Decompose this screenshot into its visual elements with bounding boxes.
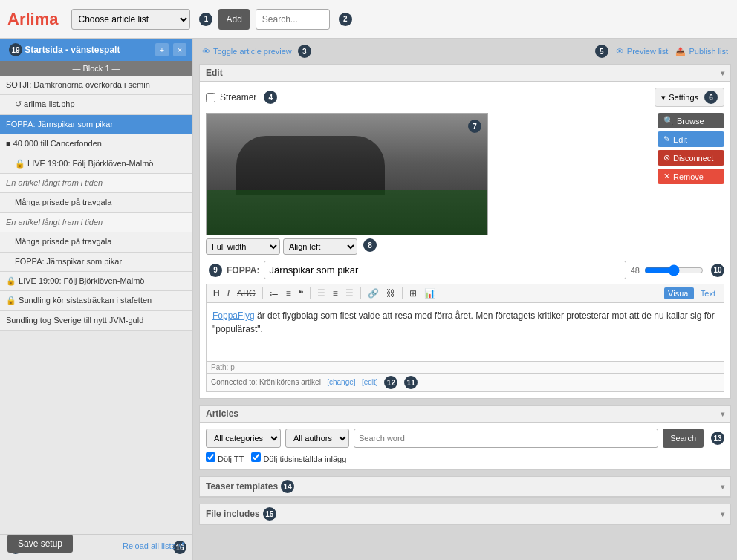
collapse-icon[interactable]: ▾	[721, 69, 724, 77]
file-title: File includes	[206, 509, 260, 519]
edit-icon: ✎	[663, 134, 670, 144]
list-item-text: ■ 40 000 till Cancerfonden	[6, 139, 102, 148]
badge-5: 5	[595, 45, 608, 58]
edit-section-header: Edit ▾	[200, 65, 730, 82]
list-header-icons: + ×	[155, 43, 186, 56]
chart-button[interactable]: 📊	[422, 287, 438, 300]
hide-tt-checkbox[interactable]	[206, 452, 215, 462]
badge-9: 9	[209, 264, 222, 277]
eye-icon: 👁	[202, 47, 210, 56]
teaser-header[interactable]: Teaser templates 14 ▾	[200, 477, 730, 497]
table-button[interactable]: ⊞	[407, 287, 419, 300]
list-item[interactable]: 🔒 Sundling kör sistasträckan i stafetten	[0, 291, 192, 310]
edit-connected-link[interactable]: [edit]	[362, 378, 378, 386]
toolbar-separator	[262, 287, 263, 299]
categories-select[interactable]: All categories	[206, 429, 281, 448]
preview-list-label: Preview list	[627, 47, 669, 56]
align-center-button[interactable]: ≡	[331, 287, 340, 300]
disconnect-button[interactable]: ⊗ Disconnect	[658, 150, 724, 166]
list-item[interactable]: SOTJI: Damkronorna överkörda i semin	[0, 76, 192, 95]
title-row: 9 FOPPA: 48 10	[206, 261, 724, 279]
ol-button[interactable]: ≔	[267, 287, 281, 300]
list-header: 19 Startsida - vänstespalt + ×	[0, 39, 192, 61]
align-justify-button[interactable]: ☰	[343, 287, 356, 300]
search-button[interactable]: Search	[663, 429, 704, 448]
change-link[interactable]: [change]	[327, 378, 355, 386]
quote-button[interactable]: ❝	[296, 287, 305, 300]
editor-area[interactable]: FoppaFlyg är det flygbolag som flest val…	[206, 302, 724, 362]
title-slider[interactable]	[644, 264, 704, 276]
list-item-selected[interactable]: FOPPA: Järnspikar som pikar	[0, 115, 192, 134]
list-item[interactable]: Sundling tog Sverige till nytt JVM-guld	[0, 311, 192, 331]
teaser-section: Teaser templates 14 ▾	[199, 476, 731, 498]
eye-icon2: 👁	[616, 47, 624, 56]
articles-header: Articles ▾	[200, 406, 730, 423]
hide-tt-text: Dölj TT	[218, 455, 244, 463]
list-item[interactable]: 🔒 LIVE 19:00: Följ Björklöven-Malmö	[0, 272, 192, 291]
close-list-icon[interactable]: ×	[173, 43, 186, 56]
search-word-input[interactable]	[354, 429, 658, 448]
logo-a: A	[7, 10, 19, 28]
list-item[interactable]: ↺ arlima-list.php	[0, 95, 192, 114]
articles-section: Articles ▾ All categories All authors Se…	[199, 405, 731, 470]
visual-view-button[interactable]: Visual	[664, 287, 694, 299]
bold-icon[interactable]: H	[211, 287, 222, 300]
italic-button[interactable]: I	[225, 287, 232, 300]
list-item[interactable]: ■ 40 000 till Cancerfonden	[0, 134, 192, 154]
foppaflyg-link[interactable]: FoppaFlyg	[212, 310, 255, 321]
right-panel: 👁 Toggle article preview 3 5 👁 Preview l…	[193, 39, 737, 560]
ul-button[interactable]: ≡	[284, 287, 293, 300]
width-select[interactable]: Full width Half width	[206, 238, 280, 255]
filter-row: All categories All authors Search 13	[206, 429, 724, 448]
badge-12: 12	[384, 376, 397, 389]
choose-article-list[interactable]: Choose article list	[71, 9, 190, 30]
browse-button[interactable]: 🔍 Browse	[658, 113, 724, 128]
file-collapse-icon[interactable]: ▾	[721, 510, 724, 518]
badge-6: 6	[704, 91, 718, 104]
streamer-checkbox[interactable]	[206, 93, 215, 102]
strikethrough-button[interactable]: ABC	[235, 287, 258, 300]
articles-collapse-icon[interactable]: ▾	[721, 410, 724, 418]
media-left: 7 Full width Half width Align left Align…	[206, 113, 652, 255]
text-view-button[interactable]: Text	[697, 287, 719, 299]
list-item[interactable]: FOPPA: Järnspikar som pikar	[0, 253, 192, 272]
main-layout: 19 Startsida - vänstespalt + × — Block 1…	[0, 39, 737, 560]
list-item[interactable]: En artikel långt fram i tiden	[0, 213, 192, 232]
logo-rlima: rlima	[19, 10, 59, 28]
align-left-button[interactable]: ☰	[315, 287, 328, 300]
article-title-input[interactable]	[264, 261, 626, 279]
block-header: — Block 1 —	[0, 61, 192, 76]
link-button[interactable]: 🔗	[366, 287, 381, 300]
search-input[interactable]	[256, 9, 330, 30]
remove-button[interactable]: ✕ Remove	[658, 169, 724, 184]
editor-toolbar: H I ABC ≔ ≡ ❝ ☰ ≡ ☰ 🔗 ⛓ ⊞ 📊	[206, 284, 724, 302]
settings-button[interactable]: ▾ Settings 6	[655, 88, 724, 107]
list-item-text: 🔒 LIVE 19:00: Följ Björklöven-Malmö	[6, 276, 144, 285]
add-button[interactable]: Add	[218, 9, 249, 30]
browse-label: Browse	[677, 117, 704, 126]
list-item[interactable]: En artikel långt fram i tiden	[0, 174, 192, 193]
add-list-icon[interactable]: +	[155, 43, 169, 56]
reload-all-lists-link[interactable]: Reload all lists ↺	[123, 541, 185, 550]
edit-media-button[interactable]: ✎ Edit	[658, 131, 724, 147]
teaser-collapse-icon[interactable]: ▾	[721, 483, 724, 491]
articles-title: Articles	[206, 408, 238, 419]
list-item-text: Många prisade på travgala	[15, 237, 111, 246]
list-item[interactable]: Många prisade på travgala	[0, 232, 192, 252]
list-item-text: FOPPA: Järnspikar som pikar	[15, 257, 122, 266]
save-setup-button[interactable]: Save setup	[7, 535, 73, 553]
preview-list-link[interactable]: 👁 Preview list	[616, 45, 669, 58]
list-item[interactable]: 🔒 LIVE 19:00: Följ Björklöven-Malmö	[0, 154, 192, 174]
edit-body: Streamer 4 ▾ Settings 6 7	[200, 82, 730, 398]
list-item-text: Sundling tog Sverige till nytt JVM-guld	[6, 316, 143, 325]
file-header[interactable]: File includes 15 ▾	[200, 504, 730, 524]
hide-scheduled-checkbox[interactable]	[251, 452, 261, 462]
list-item[interactable]: Många prisade på travgala	[0, 193, 192, 212]
align-select[interactable]: Align left Align center	[283, 238, 357, 255]
toggle-preview-link[interactable]: 👁 Toggle article preview 3	[202, 45, 311, 58]
title-prefix: FOPPA:	[227, 265, 259, 276]
publish-list-link[interactable]: 📤 Publish list	[675, 45, 728, 58]
unlink-button[interactable]: ⛓	[384, 287, 397, 300]
badge-11: 11	[404, 376, 418, 389]
authors-select[interactable]: All authors	[285, 429, 349, 448]
